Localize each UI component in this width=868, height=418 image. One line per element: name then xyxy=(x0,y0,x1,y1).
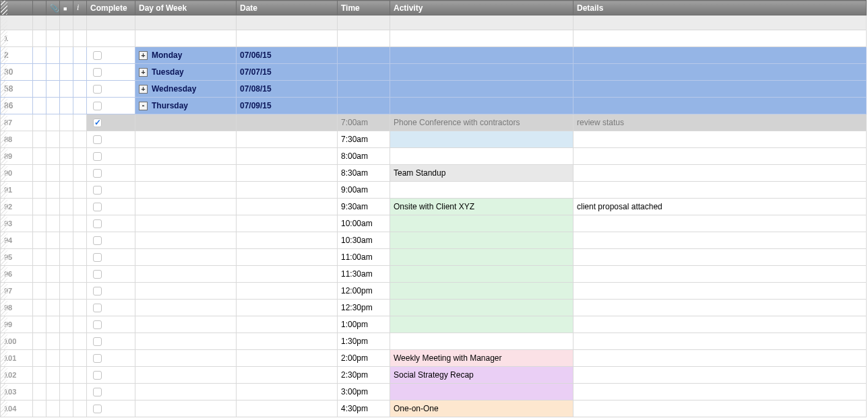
icon-cell[interactable] xyxy=(60,182,73,199)
details-cell[interactable] xyxy=(574,333,867,350)
details-cell[interactable] xyxy=(574,300,867,316)
icon-cell[interactable] xyxy=(33,215,46,232)
activity-cell[interactable] xyxy=(390,215,574,232)
day-cell[interactable] xyxy=(135,232,237,249)
time-cell[interactable]: 8:00am xyxy=(338,148,390,165)
complete-checkbox[interactable] xyxy=(93,152,102,161)
complete-checkbox[interactable] xyxy=(93,320,102,329)
day-header[interactable]: Day of Week xyxy=(135,1,237,15)
day-cell[interactable] xyxy=(135,316,237,333)
table-row[interactable]: 1044:30pmOne-on-One xyxy=(1,400,867,417)
row-number[interactable]: 101 xyxy=(1,350,33,367)
table-row[interactable]: 58+Wednesday07/08/15 xyxy=(1,81,867,98)
icon-cell[interactable] xyxy=(73,215,87,232)
date-cell[interactable] xyxy=(237,114,338,131)
icon-cell[interactable] xyxy=(60,266,73,283)
complete-checkbox[interactable] xyxy=(93,287,102,295)
icon-cell[interactable] xyxy=(60,131,73,148)
table-row[interactable]: 1012:00pmWeekly Meeting with Manager xyxy=(1,350,867,367)
icon-cell[interactable] xyxy=(46,283,60,300)
icon-cell[interactable] xyxy=(73,350,87,367)
day-cell[interactable] xyxy=(135,182,237,199)
icon-cell[interactable] xyxy=(60,165,73,182)
day-cell[interactable] xyxy=(135,148,237,165)
table-row[interactable]: 898:00am xyxy=(1,148,867,165)
date-cell[interactable] xyxy=(237,30,338,47)
activity-cell[interactable] xyxy=(390,131,574,148)
activity-cell[interactable] xyxy=(390,182,574,199)
complete-checkbox[interactable] xyxy=(93,169,102,178)
table-row[interactable]: 1 xyxy=(1,30,867,47)
icon-cell[interactable] xyxy=(33,148,46,165)
complete-cell[interactable] xyxy=(87,300,135,316)
row-number[interactable]: 30 xyxy=(1,64,33,81)
row-number[interactable]: 2 xyxy=(1,47,33,64)
complete-cell[interactable] xyxy=(87,131,135,148)
activity-cell[interactable] xyxy=(390,81,574,98)
time-cell[interactable] xyxy=(338,30,390,47)
day-cell[interactable] xyxy=(135,215,237,232)
activity-cell[interactable]: Social Strategy Recap xyxy=(390,367,574,384)
activity-cell[interactable]: Weekly Meeting with Manager xyxy=(390,350,574,367)
day-cell[interactable] xyxy=(135,300,237,316)
time-cell[interactable]: 3:00pm xyxy=(338,384,390,400)
rownum-header[interactable] xyxy=(1,1,33,15)
complete-cell[interactable] xyxy=(87,283,135,300)
icon-cell[interactable] xyxy=(60,350,73,367)
details-cell[interactable] xyxy=(574,131,867,148)
table-row[interactable]: 908:30amTeam Standup xyxy=(1,165,867,182)
icon-cell[interactable] xyxy=(33,232,46,249)
row-number[interactable]: 94 xyxy=(1,232,33,249)
complete-cell[interactable] xyxy=(87,47,135,64)
time-cell[interactable]: 10:00am xyxy=(338,215,390,232)
row-number[interactable]: 99 xyxy=(1,316,33,333)
table-row[interactable]: 9511:00am xyxy=(1,249,867,266)
complete-cell[interactable] xyxy=(87,64,135,81)
complete-checkbox[interactable] xyxy=(93,85,102,94)
icon-cell[interactable] xyxy=(46,400,60,417)
expand-icon[interactable]: + xyxy=(139,51,148,60)
complete-checkbox[interactable] xyxy=(93,186,102,195)
time-cell[interactable]: 12:30pm xyxy=(338,300,390,316)
activity-cell[interactable] xyxy=(390,266,574,283)
row-number[interactable]: 93 xyxy=(1,215,33,232)
icon-cell[interactable] xyxy=(46,384,60,400)
activity-cell[interactable] xyxy=(390,384,574,400)
details-cell[interactable] xyxy=(574,350,867,367)
details-cell[interactable] xyxy=(574,283,867,300)
activity-cell[interactable]: Onsite with Client XYZ xyxy=(390,199,574,215)
icon-cell[interactable] xyxy=(33,199,46,215)
time-cell[interactable]: 9:00am xyxy=(338,182,390,199)
time-cell[interactable]: 7:30am xyxy=(338,131,390,148)
icon-cell[interactable] xyxy=(73,300,87,316)
activity-cell[interactable] xyxy=(390,249,574,266)
row-number[interactable]: 92 xyxy=(1,199,33,215)
row-number[interactable]: 58 xyxy=(1,81,33,98)
icon-cell[interactable] xyxy=(33,131,46,148)
complete-cell[interactable] xyxy=(87,165,135,182)
day-cell[interactable] xyxy=(135,266,237,283)
icon-cell[interactable] xyxy=(33,350,46,367)
complete-checkbox[interactable] xyxy=(93,219,102,228)
complete-cell[interactable] xyxy=(87,232,135,249)
icon-cell[interactable] xyxy=(73,165,87,182)
icon-cell[interactable] xyxy=(73,333,87,350)
time-cell[interactable]: 7:00am xyxy=(338,114,390,131)
icon-cell[interactable] xyxy=(73,148,87,165)
complete-checkbox[interactable] xyxy=(93,388,102,396)
icon-cell[interactable] xyxy=(33,400,46,417)
date-cell[interactable] xyxy=(237,215,338,232)
time-cell[interactable]: 11:00am xyxy=(338,249,390,266)
complete-checkbox[interactable] xyxy=(93,253,102,262)
complete-cell[interactable] xyxy=(87,400,135,417)
date-cell[interactable] xyxy=(237,182,338,199)
activity-cell[interactable] xyxy=(390,232,574,249)
details-cell[interactable] xyxy=(574,98,867,114)
icon-cell[interactable] xyxy=(33,283,46,300)
icon-cell[interactable] xyxy=(33,300,46,316)
table-row[interactable]: 929:30amOnsite with Client XYZclient pro… xyxy=(1,199,867,215)
icon-cell[interactable] xyxy=(60,81,73,98)
icon-cell[interactable] xyxy=(60,367,73,384)
time-cell[interactable] xyxy=(338,47,390,64)
time-cell[interactable] xyxy=(338,64,390,81)
